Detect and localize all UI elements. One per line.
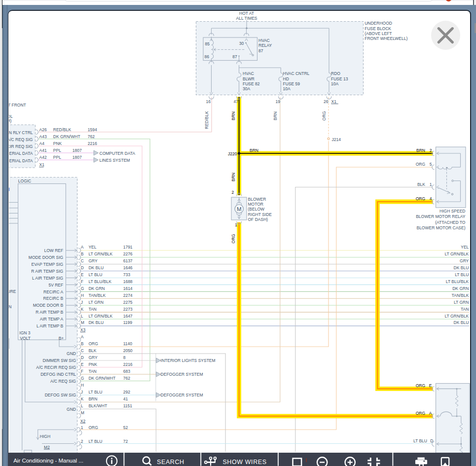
svg-text:RELAY: RELAY bbox=[258, 43, 272, 48]
svg-text:Air Conditioning - Manual ...: Air Conditioning - Manual ... bbox=[14, 458, 84, 464]
svg-text:ALL TIMES: ALL TIMES bbox=[236, 16, 257, 21]
svg-text:LT GRN/BLK: LT GRN/BLK bbox=[444, 314, 469, 319]
svg-text:HIGH: HIGH bbox=[40, 434, 50, 439]
svg-text:N RLY CTRL: N RLY CTRL bbox=[9, 130, 33, 135]
svg-text:C: C bbox=[81, 258, 84, 263]
svg-text:E: E bbox=[81, 272, 84, 277]
svg-text:BRN: BRN bbox=[88, 396, 97, 401]
svg-text:B: B bbox=[81, 341, 84, 346]
svg-text:X1: X1 bbox=[39, 162, 45, 167]
svg-text:ORG: ORG bbox=[88, 341, 98, 346]
svg-text:BLK: BLK bbox=[417, 182, 425, 187]
svg-text:1594: 1594 bbox=[88, 127, 97, 132]
svg-text:LINES SYSTEM: LINES SYSTEM bbox=[100, 158, 130, 163]
svg-text:COMPUTER DATA: COMPUTER DATA bbox=[100, 151, 136, 156]
svg-text:BLOWER MOTOR CASE): BLOWER MOTOR CASE) bbox=[416, 225, 465, 230]
svg-text:BLWR: BLWR bbox=[243, 76, 255, 81]
svg-text:LT GRN/BLK: LT GRN/BLK bbox=[444, 251, 469, 256]
svg-text:LT GRN: LT GRN bbox=[454, 300, 469, 305]
svg-text:J220: J220 bbox=[228, 151, 237, 156]
svg-text:M2: M2 bbox=[44, 445, 50, 450]
svg-text:L: L bbox=[81, 403, 83, 408]
svg-text:D: D bbox=[81, 355, 84, 360]
svg-text:DEFOGGER SYSTEM: DEFOGGER SYSTEM bbox=[161, 393, 203, 397]
svg-text:DK GRN/WHT: DK GRN/WHT bbox=[53, 134, 80, 139]
svg-text:2275: 2275 bbox=[123, 300, 133, 305]
svg-text:30: 30 bbox=[239, 41, 244, 46]
svg-text:ORG: ORG bbox=[416, 196, 425, 201]
svg-text:41: 41 bbox=[123, 396, 128, 401]
svg-text:6137: 6137 bbox=[123, 258, 133, 263]
svg-text:1614: 1614 bbox=[123, 286, 133, 291]
svg-text:2276: 2276 bbox=[123, 251, 133, 256]
svg-text:HVAC CNTRL: HVAC CNTRL bbox=[283, 71, 310, 76]
svg-text:D: D bbox=[430, 438, 433, 443]
svg-text:19: 19 bbox=[276, 99, 281, 104]
svg-text:1151: 1151 bbox=[123, 403, 133, 408]
svg-text:LT BLU: LT BLU bbox=[88, 272, 102, 277]
svg-text:FUSE 13: FUSE 13 bbox=[331, 76, 348, 81]
svg-text:A/C REQ SIG: A/C REQ SIG bbox=[50, 379, 76, 384]
svg-text:2050: 2050 bbox=[123, 348, 133, 353]
svg-text:ERIAL DATA: ERIAL DATA bbox=[9, 158, 33, 163]
svg-text:DK GRN: DK GRN bbox=[452, 286, 469, 291]
svg-text:733: 733 bbox=[123, 272, 130, 277]
svg-text:47: 47 bbox=[234, 99, 239, 104]
svg-text:PNK: PNK bbox=[53, 141, 62, 146]
svg-text:A: A bbox=[81, 334, 84, 339]
svg-text:OF DASH): OF DASH) bbox=[248, 217, 268, 222]
svg-text:L AIR TEMP SIG: L AIR TEMP SIG bbox=[32, 276, 63, 281]
svg-text:EVAP TEMP SIG: EVAP TEMP SIG bbox=[32, 262, 64, 267]
svg-text:2216: 2216 bbox=[123, 362, 133, 367]
svg-text:1: 1 bbox=[81, 425, 83, 430]
svg-text:DK GRN/WHT: DK GRN/WHT bbox=[88, 376, 115, 381]
svg-text:CIR REQ SIG: CIR REQ SIG bbox=[9, 144, 33, 149]
svg-text:M: M bbox=[81, 410, 84, 415]
svg-text:(ATTACHED TO: (ATTACHED TO bbox=[435, 220, 466, 225]
svg-text:H: H bbox=[81, 293, 84, 298]
svg-text:HIGH SPEED: HIGH SPEED bbox=[439, 209, 465, 214]
svg-text:ERIAL DATA: ERIAL DATA bbox=[9, 151, 33, 156]
svg-text:PPL: PPL bbox=[53, 148, 61, 153]
svg-text:DIMMER SW SIG: DIMMER SW SIG bbox=[42, 358, 76, 363]
svg-text:LT GRN: LT GRN bbox=[88, 300, 103, 305]
svg-text:762: 762 bbox=[123, 376, 130, 381]
svg-text:A43: A43 bbox=[39, 134, 47, 139]
svg-text:TAN: TAN bbox=[88, 307, 96, 312]
svg-text:LT BLU/BLK: LT BLU/BLK bbox=[88, 279, 111, 284]
svg-text:ROL: ROL bbox=[9, 114, 13, 119]
svg-text:R AIR TEMP B: R AIR TEMP B bbox=[36, 310, 63, 315]
svg-text:292: 292 bbox=[123, 390, 130, 394]
svg-text:BLOWER MOTOR RELAY: BLOWER MOTOR RELAY bbox=[416, 214, 466, 219]
svg-text:B: B bbox=[81, 251, 84, 256]
svg-text:RDO: RDO bbox=[331, 71, 340, 76]
svg-text:H: H bbox=[81, 383, 84, 388]
svg-text:YEL: YEL bbox=[88, 245, 96, 250]
svg-text:LT BLU: LT BLU bbox=[413, 438, 427, 443]
svg-text:1688: 1688 bbox=[123, 279, 133, 284]
svg-text:IGN 3: IGN 3 bbox=[19, 330, 30, 335]
svg-text:683: 683 bbox=[123, 369, 130, 374]
svg-text:2216: 2216 bbox=[88, 141, 97, 146]
svg-text:ORG: ORG bbox=[416, 383, 425, 388]
svg-text:BRN: BRN bbox=[231, 111, 236, 120]
svg-text:GND: GND bbox=[67, 407, 76, 412]
svg-text:K: K bbox=[81, 396, 84, 401]
svg-text:1646: 1646 bbox=[123, 265, 133, 270]
svg-text:HVAC: HVAC bbox=[258, 38, 270, 43]
svg-text:ORG: ORG bbox=[322, 111, 327, 120]
svg-text:72: 72 bbox=[123, 439, 128, 444]
svg-text:A41: A41 bbox=[39, 148, 47, 153]
svg-text:2: 2 bbox=[81, 439, 83, 444]
svg-text:(ABOVE LEFT: (ABOVE LEFT bbox=[365, 31, 392, 36]
svg-text:LT GRN/BLK: LT GRN/BLK bbox=[88, 314, 112, 319]
svg-text:DEFOGGER SYSTEM: DEFOGGER SYSTEM bbox=[161, 372, 203, 377]
svg-text:INTERIOR LIGHTS SYSTEM: INTERIOR LIGHTS SYSTEM bbox=[161, 358, 216, 363]
svg-text:M: M bbox=[237, 206, 242, 212]
svg-text:A: A bbox=[81, 245, 84, 250]
svg-text:ORG: ORG bbox=[416, 162, 425, 167]
svg-text:LOW REF: LOW REF bbox=[44, 248, 63, 253]
svg-text:1647: 1647 bbox=[123, 314, 133, 319]
svg-text:M: M bbox=[81, 320, 84, 325]
svg-text:SHOW WIRES: SHOW WIRES bbox=[223, 459, 267, 466]
